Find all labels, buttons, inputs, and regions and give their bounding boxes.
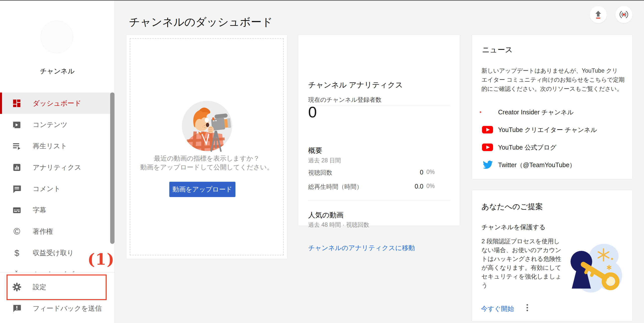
sidebar-item-label: アナリティクス bbox=[33, 163, 81, 172]
content-icon bbox=[12, 120, 22, 130]
subscribers-label: 現在のチャンネル登録者数 bbox=[308, 96, 381, 104]
analytics-icon bbox=[12, 162, 22, 172]
security-keyhole-illustration bbox=[566, 238, 622, 301]
news-paragraph-line: 新しいアップデートはありませんが、YouTube クリ bbox=[481, 66, 625, 75]
suggestion-title: あなたへのご提案 bbox=[481, 202, 543, 212]
annotation-highlight-box bbox=[7, 274, 107, 300]
cameraman-illustration bbox=[178, 96, 236, 154]
metric-value: 0.0 bbox=[415, 183, 423, 190]
sidebar-item-label: フィードバックを送信 bbox=[33, 304, 102, 313]
news-paragraph: 新しいアップデートはありませんが、YouTube クリ エイター コミュニティ向… bbox=[481, 66, 625, 93]
metric-value: 0 bbox=[420, 169, 423, 176]
news-link-label: Creator Insider チャンネル bbox=[498, 108, 574, 116]
monetization-icon: $ bbox=[12, 248, 22, 258]
news-link-label: Twitter（@TeamYouTube） bbox=[498, 161, 576, 169]
metric-row-views: 視聴回数 0 0% bbox=[298, 169, 460, 176]
metric-label: 視聴回数 bbox=[308, 169, 332, 177]
news-link-creator-channel[interactable]: YouTube クリエイター チャンネル bbox=[482, 124, 623, 136]
news-link-official-blog[interactable]: YouTube 公式ブログ bbox=[482, 141, 623, 153]
metric-percent: 0% bbox=[426, 169, 435, 175]
window-top-edge bbox=[0, 0, 644, 1]
sidebar-item-feedback[interactable]: フィードバックを送信 bbox=[0, 298, 114, 319]
sidebar-item-dashboard[interactable]: ダッシュボード bbox=[0, 93, 114, 114]
sidebar-item-label: コンテンツ bbox=[33, 120, 67, 129]
news-paragraph-line: エイター コミュニティ向けのお知らせをこちらで定期 bbox=[481, 75, 625, 84]
go-live-button[interactable] bbox=[615, 6, 632, 23]
youtube-icon bbox=[482, 142, 493, 153]
ci-label: C/I bbox=[482, 110, 492, 114]
youtube-icon bbox=[482, 124, 493, 135]
news-link-label: YouTube クリエイター チャンネル bbox=[498, 126, 597, 134]
creator-insider-icon: C/I bbox=[482, 107, 493, 118]
upload-caption-line1: 最近の動画の指標を表示しますか？ bbox=[126, 154, 287, 163]
news-title: ニュース bbox=[482, 45, 513, 55]
news-link-label: YouTube 公式ブログ bbox=[498, 143, 556, 152]
suggestion-body-line: う bbox=[481, 281, 561, 290]
channel-avatar[interactable] bbox=[41, 21, 73, 53]
news-link-creator-insider[interactable]: C/I Creator Insider チャンネル bbox=[482, 106, 623, 118]
copyright-icon: © bbox=[12, 226, 22, 237]
metric-percent: 0% bbox=[426, 183, 435, 190]
upload-prompt-card: 最近の動画の指標を表示しますか？ 動画をアップロードして公開してください。 動画… bbox=[126, 34, 288, 259]
divider bbox=[308, 201, 450, 201]
analytics-title: チャンネル アナリティクス bbox=[308, 80, 403, 90]
feedback-icon bbox=[12, 303, 22, 313]
comments-icon bbox=[12, 184, 22, 194]
sidebar-item-label: 著作権 bbox=[33, 227, 53, 236]
summary-period: 過去 28 日間 bbox=[308, 157, 341, 164]
sidebar-scrollbar[interactable] bbox=[110, 93, 114, 244]
kebab-menu-icon[interactable] bbox=[524, 304, 531, 312]
suggestion-body-line: 2 段階認証プロセスを使用し bbox=[481, 237, 561, 246]
suggestion-item-title: チャンネルを保護する bbox=[481, 223, 546, 231]
news-link-twitter[interactable]: Twitter（@TeamYouTube） bbox=[482, 159, 623, 171]
dashboard-icon bbox=[12, 98, 22, 108]
playlist-icon bbox=[12, 141, 22, 151]
annotation-step-number: (1) bbox=[88, 250, 115, 268]
top-videos-period: 過去 48 時間 · 視聴回数 bbox=[308, 221, 369, 229]
news-paragraph-line: 的にご確認ください。次のリソースもご覧ください。 bbox=[481, 84, 625, 93]
suggestion-body: 2 段階認証プロセスを使用し ない場合、お使いのアカウン トはハッキングされる危… bbox=[481, 237, 561, 290]
sidebar-item-label: 再生リスト bbox=[33, 142, 67, 151]
divider bbox=[308, 105, 450, 105]
suggestion-body-line: トはハッキングされる危険性 bbox=[481, 254, 561, 263]
sidebar-item-label: ダッシュボード bbox=[33, 99, 81, 108]
sidebar-item-comments[interactable]: コメント bbox=[0, 178, 114, 199]
upload-video-cta-button[interactable]: 動画をアップロード bbox=[169, 182, 235, 197]
upload-caption: 最近の動画の指標を表示しますか？ 動画をアップロードして公開してください。 bbox=[126, 154, 287, 172]
suggestion-card: あなたへのご提案 チャンネルを保護する 2 段階認証プロセスを使用し ない場合、… bbox=[472, 190, 633, 321]
summary-title: 概要 bbox=[308, 146, 322, 155]
sidebar-item-subtitles[interactable]: 字幕 bbox=[0, 199, 114, 221]
sidebar-item-analytics[interactable]: アナリティクス bbox=[0, 157, 114, 178]
news-card: ニュース 新しいアップデートはありませんが、YouTube クリ エイター コミ… bbox=[472, 34, 633, 179]
start-now-link[interactable]: 今すぐ開始 bbox=[481, 304, 514, 313]
go-to-analytics-link[interactable]: チャンネルのアナリティクスに移動 bbox=[308, 244, 415, 252]
sidebar-item-copyright[interactable]: © 著作権 bbox=[0, 221, 114, 242]
metric-row-watchtime: 総再生時間（時間） 0.0 0% bbox=[298, 183, 460, 190]
sidebar-item-label: 収益受け取り bbox=[33, 248, 74, 257]
page-title: チャンネルのダッシュボード bbox=[129, 15, 273, 29]
sidebar-item-label: 字幕 bbox=[33, 206, 46, 215]
sidebar-item-playlists[interactable]: 再生リスト bbox=[0, 135, 114, 157]
metric-label: 総再生時間（時間） bbox=[308, 183, 363, 191]
twitter-icon bbox=[482, 159, 493, 170]
channel-label: チャンネル bbox=[0, 67, 114, 76]
sidebar-item-label: コメント bbox=[33, 184, 61, 193]
upload-caption-line2: 動画をアップロードして公開してください。 bbox=[126, 163, 287, 172]
upload-video-button[interactable] bbox=[590, 6, 607, 23]
suggestion-body-line: ない場合、お使いのアカウン bbox=[481, 246, 561, 254]
top-videos-title: 人気の動画 bbox=[308, 210, 344, 220]
suggestion-body-line: が高くなります。有効にして bbox=[481, 263, 561, 272]
channel-analytics-card: チャンネル アナリティクス 現在のチャンネル登録者数 0 概要 過去 28 日間… bbox=[298, 34, 460, 226]
subscribers-value: 0 bbox=[308, 103, 317, 121]
sidebar-item-content[interactable]: コンテンツ bbox=[0, 114, 114, 135]
suggestion-body-line: セキュリティを強化しましょ bbox=[481, 272, 561, 281]
subtitles-icon bbox=[12, 205, 22, 215]
